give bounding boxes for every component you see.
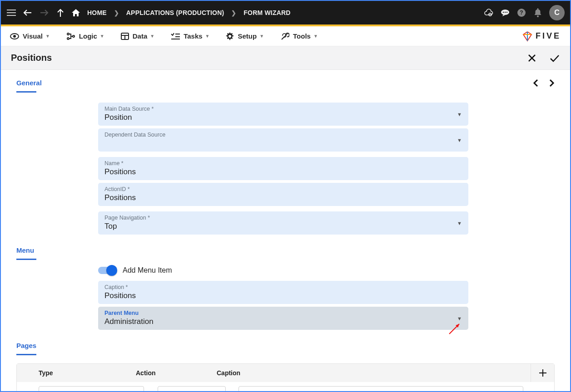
caption-field[interactable]: Caption * Positions — [98, 281, 468, 304]
dropdown-icon[interactable]: ▼ — [457, 112, 462, 117]
th-caption: Caption — [217, 369, 531, 377]
close-icon[interactable] — [527, 54, 536, 63]
main-datasource-field[interactable]: Main Data Source * Position ▼ — [98, 103, 468, 126]
add-menu-toggle[interactable] — [98, 267, 116, 274]
section-menu: Menu — [1, 237, 570, 264]
field-label: Parent Menu — [104, 310, 462, 316]
forward-icon — [39, 8, 49, 18]
field-label: Name * — [104, 160, 462, 167]
table-header: Type Action Caption — [17, 364, 554, 382]
svg-point-8 — [503, 12, 504, 13]
menu-visual[interactable]: Visual▼ — [10, 32, 50, 40]
up-icon[interactable] — [55, 8, 65, 18]
chevron-right-icon: ❯ — [231, 10, 236, 16]
menu-data[interactable]: Data▼ — [121, 32, 154, 40]
cloud-icon[interactable] — [484, 8, 494, 18]
check-icon[interactable] — [549, 54, 560, 63]
svg-point-18 — [73, 35, 74, 37]
menu-setup-label: Setup — [238, 32, 257, 40]
th-type: Type — [17, 369, 136, 377]
svg-text:?: ? — [520, 10, 523, 16]
next-tab-icon[interactable] — [549, 79, 555, 87]
help-icon[interactable]: ? — [516, 8, 526, 18]
pages-table: Type Action Caption Form ▼ ▼ General — [16, 363, 555, 391]
actionid-field[interactable]: ActionID * Positions — [98, 183, 468, 206]
prev-tab-icon[interactable] — [533, 79, 538, 87]
field-label: Main Data Source * — [104, 106, 462, 112]
th-action: Action — [136, 369, 217, 377]
svg-point-10 — [506, 12, 507, 13]
type-select[interactable]: Form ▼ — [39, 386, 144, 391]
content-scroll[interactable]: General Main Data Source * Position ▼ De… — [1, 70, 570, 391]
menu-tasks-label: Tasks — [184, 32, 202, 40]
dropdown-icon[interactable]: ▼ — [457, 137, 462, 143]
caption-input[interactable]: General — [238, 386, 523, 391]
section-general: General — [1, 70, 570, 96]
menu-icon[interactable] — [6, 8, 16, 18]
field-label: Dependent Data Source — [104, 132, 462, 138]
brand-text: FIVE — [536, 31, 561, 41]
breadcrumb: HOME ❯ APPLICATIONS (PRODUCTION) ❯ FORM … — [72, 9, 291, 16]
menu-setup[interactable]: Setup▼ — [226, 32, 264, 40]
back-icon[interactable] — [23, 8, 33, 18]
page-header: Positions — [1, 46, 570, 70]
avatar[interactable]: C — [549, 5, 565, 20]
parent-menu-field[interactable]: Parent Menu Administration ▼ — [98, 307, 468, 330]
svg-point-13 — [537, 15, 539, 17]
chat-icon[interactable] — [500, 8, 510, 18]
brand-logo: FIVE — [522, 31, 561, 42]
crumb-apps[interactable]: APPLICATIONS (PRODUCTION) — [126, 9, 224, 16]
toggle-label: Add Menu Item — [123, 266, 172, 274]
menu-logic-label: Logic — [79, 32, 97, 40]
bell-icon[interactable] — [533, 8, 543, 18]
menu-tasks[interactable]: Tasks▼ — [171, 32, 209, 40]
field-value: Positions — [104, 192, 462, 202]
page-title: Positions — [11, 53, 52, 63]
svg-point-26 — [228, 35, 231, 38]
field-value: Positions — [104, 167, 462, 176]
crumb-home[interactable]: HOME — [87, 9, 107, 16]
home-icon — [72, 9, 80, 16]
field-label: ActionID * — [104, 186, 462, 192]
menu-visual-label: Visual — [23, 32, 43, 40]
svg-point-17 — [67, 38, 69, 39]
name-field[interactable]: Name * Positions — [98, 157, 468, 180]
field-value: Top — [104, 221, 462, 231]
menu-data-label: Data — [133, 32, 148, 40]
top-bar: HOME ❯ APPLICATIONS (PRODUCTION) ❯ FORM … — [1, 1, 570, 24]
field-label: Page Navigation * — [104, 215, 462, 221]
page-navigation-field[interactable]: Page Navigation * Top ▼ — [98, 211, 468, 235]
chevron-right-icon: ❯ — [114, 10, 119, 16]
svg-point-15 — [13, 35, 16, 38]
table-row: Form ▼ ▼ General — [17, 382, 554, 391]
menu-tools[interactable]: Tools▼ — [280, 32, 318, 41]
tool-menu: Visual▼ Logic▼ Data▼ Tasks▼ Setup▼ Tools… — [1, 26, 570, 46]
dropdown-icon[interactable]: ▼ — [457, 316, 462, 321]
menu-tools-label: Tools — [293, 32, 311, 40]
action-select[interactable]: ▼ — [158, 386, 226, 391]
field-value — [104, 138, 462, 148]
field-value: Administration — [104, 316, 462, 326]
crumb-wizard[interactable]: FORM WIZARD — [243, 9, 290, 16]
field-value: Position — [104, 112, 462, 122]
dropdown-icon[interactable]: ▼ — [457, 220, 462, 226]
section-pages: Pages — [1, 333, 570, 359]
svg-point-9 — [505, 12, 506, 13]
dependent-datasource-field[interactable]: Dependent Data Source ▼ — [98, 128, 468, 152]
add-row-button[interactable] — [531, 364, 554, 382]
field-label: Caption * — [104, 284, 462, 290]
menu-logic[interactable]: Logic▼ — [66, 32, 104, 40]
svg-point-16 — [67, 33, 69, 35]
field-value: Positions — [104, 290, 462, 300]
